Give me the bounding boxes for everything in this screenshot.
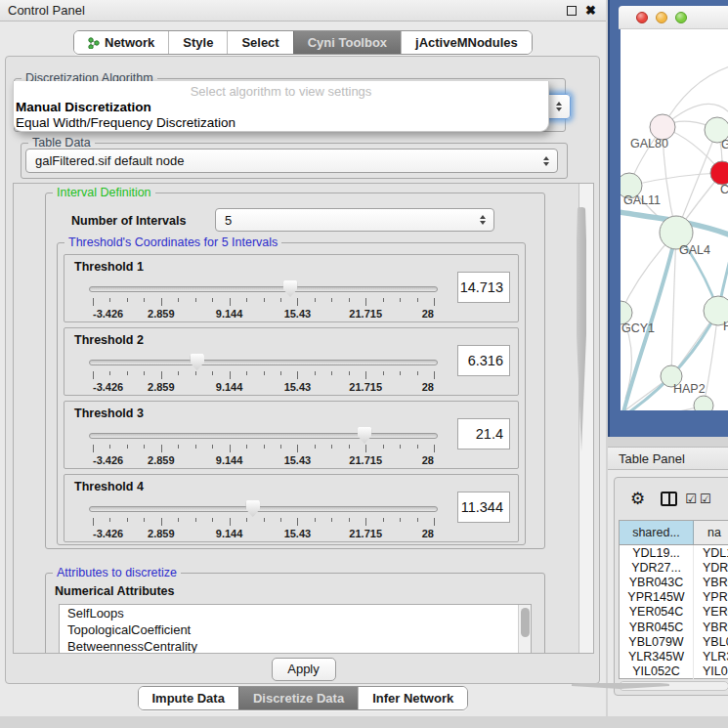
cell-shared-name[interactable]: YLR345W: [620, 649, 694, 664]
threshold-slider[interactable]: -3.4262.8599.14415.4321.71528: [89, 498, 438, 541]
tab-select[interactable]: Select: [227, 31, 292, 54]
split-table-icon[interactable]: [661, 492, 677, 506]
table-horizontal-scrollbar[interactable]: [619, 681, 728, 691]
slider-ticks: [93, 298, 434, 307]
close-icon[interactable]: ✖: [585, 6, 596, 16]
scrollbar-thumb[interactable]: [577, 207, 586, 451]
threshold-slider[interactable]: -3.4262.8599.14415.4321.71528: [89, 278, 438, 321]
slider-track[interactable]: [89, 286, 438, 292]
table-row[interactable]: YBL079WYBL0: [620, 634, 728, 649]
attribute-list-item[interactable]: TopologicalCoefficient: [60, 621, 531, 638]
interval-group-title: Interval Definition: [53, 186, 155, 199]
table-row[interactable]: YDR27...YDR2: [620, 560, 728, 575]
algorithm-option[interactable]: Equal Width/Frequency Discretization: [14, 115, 548, 131]
tab-jactivemnodules[interactable]: jActiveMNodules: [401, 31, 532, 54]
cell-name[interactable]: YBR0: [694, 575, 728, 589]
table-row[interactable]: YIL052CYIL0: [620, 664, 728, 679]
cell-shared-name[interactable]: YPR145W: [620, 590, 694, 605]
table-row[interactable]: YDL19...YDL1: [620, 545, 728, 560]
numerical-attributes-label: Numerical Attributes: [55, 584, 174, 598]
cell-shared-name[interactable]: YER054C: [620, 605, 694, 620]
tab-cyni-toolbox[interactable]: Cyni Toolbox: [293, 31, 401, 54]
apply-button[interactable]: Apply: [272, 658, 336, 681]
checkbox-icon[interactable]: ☑: [685, 492, 697, 506]
cell-name[interactable]: YPR1: [694, 590, 728, 605]
tab-infer-network[interactable]: Infer Network: [358, 687, 467, 709]
cell-shared-name[interactable]: YBR043C: [620, 575, 694, 589]
minimize-traffic-light-icon[interactable]: [656, 12, 667, 23]
algorithm-dropdown-popup: Select algorithm to view settings Manual…: [13, 81, 549, 132]
threshold-value-field[interactable]: 14.713: [457, 272, 510, 303]
close-traffic-light-icon[interactable]: [636, 12, 648, 23]
column-header-name[interactable]: na: [694, 521, 728, 544]
network-node-label: GA: [721, 138, 728, 151]
float-window-icon[interactable]: [567, 6, 577, 16]
cell-name[interactable]: YIL0: [694, 664, 728, 679]
numerical-attributes-list[interactable]: SelfLoopsTopologicalCoefficientBetweenne…: [59, 604, 532, 654]
table-header-row: shared... na: [620, 521, 728, 545]
num-intervals-combobox[interactable]: 5: [215, 208, 494, 232]
slider-track[interactable]: [89, 506, 438, 512]
tab-impute-data[interactable]: Impute Data: [139, 687, 238, 709]
tab-discretize-data[interactable]: Discretize Data: [238, 687, 358, 709]
threshold-slider[interactable]: -3.4262.8599.14415.4321.71528: [89, 425, 438, 468]
network-node-B[interactable]: [694, 396, 713, 410]
network-node-RED[interactable]: [710, 161, 728, 185]
slider-tick-labels: -3.4262.8599.14415.4321.71528: [93, 454, 434, 467]
num-intervals-value: 5: [225, 213, 232, 228]
attribute-list-item[interactable]: SelfLoops: [60, 605, 531, 621]
gear-icon[interactable]: ⚙: [630, 489, 645, 509]
table-data-combobox[interactable]: galFiltered.sif default node: [25, 149, 558, 173]
threshold-panel: Threshold 2-3.4262.8599.14415.4321.71528…: [64, 327, 519, 396]
table-row[interactable]: YBR043CYBR0: [620, 575, 728, 589]
attribute-list-item[interactable]: BetweennessCentrality: [60, 638, 531, 654]
threshold-value-field[interactable]: 21.4: [457, 418, 510, 450]
table-row[interactable]: YER054CYER0: [620, 605, 728, 620]
threshold-slider[interactable]: -3.4262.8599.14415.4321.71528: [89, 352, 438, 395]
slider-thumb[interactable]: [190, 354, 204, 370]
algorithm-option[interactable]: Manual Discretization: [14, 100, 548, 115]
slider-track[interactable]: [89, 360, 438, 365]
slider-thumb[interactable]: [358, 427, 372, 444]
table-data-selected: galFiltered.sif default node: [35, 153, 184, 168]
column-header-shared-name[interactable]: shared...: [620, 521, 694, 544]
cell-name[interactable]: YBL0: [694, 634, 728, 649]
cell-shared-name[interactable]: YIL052C: [620, 664, 694, 679]
network-node-label: GAL4: [679, 243, 710, 257]
threshold-label: Threshold 2: [74, 333, 144, 347]
cell-name[interactable]: YBR0: [694, 620, 728, 634]
network-canvas[interactable]: GAL80GACGAL11GAL4GCY1HHAP2: [621, 29, 728, 410]
checkbox-icon[interactable]: ☑: [700, 492, 711, 506]
tab-style[interactable]: Style: [168, 31, 227, 54]
cell-shared-name[interactable]: YDL19...: [620, 545, 694, 560]
threshold-value-field[interactable]: 6.316: [457, 345, 510, 376]
tab-network[interactable]: Network: [74, 31, 168, 54]
network-node-label: H: [723, 320, 728, 333]
thresholds-container: Threshold 1-3.4262.8599.14415.4321.71528…: [64, 254, 519, 547]
cell-shared-name[interactable]: YDR27...: [620, 560, 694, 575]
settings-vertical-scrollbar[interactable]: [578, 184, 593, 653]
threshold-value-field[interactable]: 11.344: [457, 492, 510, 523]
cell-name[interactable]: YLR3: [694, 649, 728, 664]
cell-shared-name[interactable]: YBR045C: [620, 620, 694, 634]
network-node-label: GCY1: [621, 321, 655, 335]
slider-thumb[interactable]: [245, 500, 260, 517]
cell-name[interactable]: YDR2: [694, 560, 728, 575]
cell-shared-name[interactable]: YBL079W: [620, 634, 694, 649]
network-node-label: GAL11: [623, 193, 661, 207]
algorithm-placeholder-option[interactable]: Select algorithm to view settings: [14, 83, 548, 100]
threshold-panel: Threshold 1-3.4262.8599.14415.4321.71528…: [64, 254, 519, 322]
slider-track[interactable]: [89, 433, 438, 439]
cell-name[interactable]: YER0: [694, 605, 728, 620]
list-scrollbar[interactable]: [518, 605, 531, 654]
num-intervals-label: Number of Intervals: [71, 214, 186, 228]
zoom-traffic-light-icon[interactable]: [675, 12, 687, 23]
table-row[interactable]: YPR145WYPR1: [620, 590, 728, 605]
threshold-label: Threshold 3: [74, 407, 144, 420]
slider-thumb[interactable]: [283, 280, 298, 297]
table-row[interactable]: YLR345WYLR3: [620, 649, 728, 664]
cell-name[interactable]: YDL1: [694, 545, 728, 560]
node-table: shared... na YDL19...YDL1YDR27...YDR2YBR…: [619, 520, 728, 679]
table-row[interactable]: YBR045CYBR0: [620, 620, 728, 634]
table-data-group-title: Table Data: [28, 136, 95, 150]
